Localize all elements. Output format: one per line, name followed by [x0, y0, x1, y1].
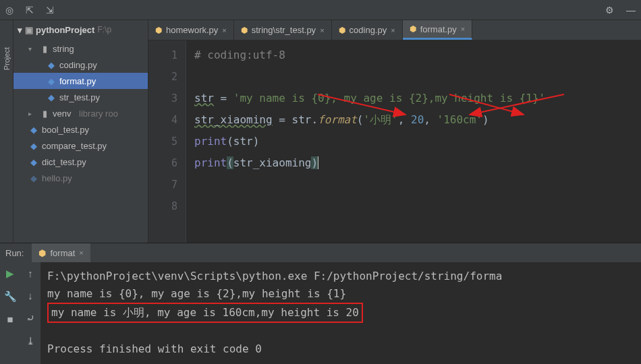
editor-tab-coding[interactable]: ⬢ coding.py ×: [332, 20, 403, 40]
line-number: 6: [148, 152, 177, 174]
project-folder-icon: ▣: [25, 25, 33, 35]
tree-file-strtest[interactable]: ◆ str_test.py: [13, 89, 148, 105]
code-text: print: [194, 156, 227, 169]
editor-tab-bar: ⬢ homework.py × ⬢ string\str_test.py × ⬢…: [148, 20, 641, 40]
python-file-icon: ◆: [28, 173, 39, 183]
collapse-all-icon[interactable]: ⇲: [46, 5, 54, 16]
project-name: pythonProject: [36, 25, 94, 35]
tree-item-label: compare_test.py: [42, 141, 107, 151]
code-editor[interactable]: # coding:utf-8 str = 'my name is {0}, my…: [186, 40, 641, 243]
folder-icon: ▮: [39, 44, 50, 54]
code-text: print: [194, 135, 227, 148]
up-arrow-icon[interactable]: ↑: [28, 268, 33, 279]
run-label: Run:: [5, 248, 24, 258]
code-panel[interactable]: 1 2 3 4 5 6 7 8 # coding:utf-8 str = 'my…: [148, 40, 641, 243]
editor-tab-homework[interactable]: ⬢ homework.py ×: [148, 20, 234, 40]
down-arrow-icon[interactable]: ↓: [28, 290, 33, 301]
line-number: 8: [148, 195, 177, 217]
python-file-icon: ⬢: [410, 24, 416, 34]
highlighted-output: my name is 小明, my age is 160cm,my height…: [47, 303, 363, 323]
run-config-name: format: [50, 248, 75, 258]
line-gutter: 1 2 3 4 5 6 7 8: [148, 40, 186, 243]
close-icon[interactable]: ×: [222, 26, 226, 34]
code-text: format: [318, 113, 357, 126]
tree-file-hello[interactable]: ◆ hello.py: [13, 170, 148, 186]
run-config-tab[interactable]: ⬢ format ×: [32, 243, 90, 262]
tree-item-label: dict_test.py: [42, 157, 86, 167]
run-tool-window: Run: ⬢ format × ▶ 🔧 ■ ↑ ↓ ⤾ ⤓ F:\pythonP…: [0, 243, 641, 364]
chevron-right-icon: ▸: [28, 110, 36, 117]
code-text: str: [194, 92, 214, 104]
tree-item-suffix: library roo: [79, 109, 118, 119]
run-header: Run: ⬢ format ×: [0, 243, 641, 262]
python-file-icon: ◆: [28, 157, 39, 167]
run-play-icon[interactable]: ▶: [6, 268, 14, 280]
project-tool-tab[interactable]: Project: [0, 20, 13, 243]
python-file-icon: ⬢: [38, 248, 46, 258]
tab-label: homework.py: [166, 25, 218, 35]
top-toolbar: ◎ ⇱ ⇲ ⚙ —: [0, 0, 641, 20]
tree-file-coding[interactable]: ◆ coding.py: [13, 57, 148, 73]
tree-file-compare[interactable]: ◆ compare_test.py: [13, 138, 148, 154]
tab-label: coding.py: [350, 25, 387, 35]
tree-file-bool[interactable]: ◆ bool_test.py: [13, 121, 148, 138]
soft-wrap-icon[interactable]: ⤾: [26, 312, 35, 324]
code-text: str_xiaoming: [233, 156, 312, 169]
code-text: 'my name is {0}, my age is {2},my height…: [233, 92, 545, 104]
editor-tab-strtest[interactable]: ⬢ string\str_test.py ×: [234, 20, 332, 40]
tree-item-label: coding.py: [59, 60, 97, 70]
close-icon[interactable]: ×: [79, 249, 83, 257]
scroll-to-end-icon[interactable]: ⤓: [26, 335, 35, 347]
code-text: # coding:utf-8: [194, 49, 285, 61]
line-number: 2: [148, 66, 177, 88]
close-icon[interactable]: ×: [320, 26, 324, 34]
tree-item-label: str_test.py: [59, 92, 100, 102]
target-icon[interactable]: ◎: [5, 5, 13, 16]
wrench-icon[interactable]: 🔧: [4, 291, 17, 303]
tree-item-label: hello.py: [42, 173, 72, 183]
project-root[interactable]: ▾ ▣ pythonProject F:\p: [13, 20, 148, 39]
tree-folder-string[interactable]: ▾ ▮ string: [13, 40, 148, 57]
console-line: Process finished with exit code 0: [47, 342, 262, 355]
close-icon[interactable]: ×: [461, 25, 465, 33]
editor-area: ⬢ homework.py × ⬢ string\str_test.py × ⬢…: [148, 20, 641, 243]
tab-label: format.py: [420, 24, 457, 34]
python-file-icon: ◆: [28, 141, 39, 151]
tree-file-format[interactable]: ◆ format.py: [13, 73, 148, 89]
run-toolbar: ▶ 🔧 ■ ↑ ↓ ⤾ ⤓: [0, 262, 40, 364]
code-text: '160cm': [437, 113, 482, 126]
code-text: 20: [411, 113, 424, 126]
editor-tab-format[interactable]: ⬢ format.py ×: [403, 20, 473, 40]
line-number: 1: [148, 44, 177, 66]
code-text: str: [292, 113, 312, 126]
close-icon[interactable]: ×: [391, 26, 395, 34]
python-file-icon: ◆: [46, 60, 57, 70]
line-number: 4: [148, 109, 177, 131]
code-text: str: [233, 135, 253, 148]
tree-item-label: string: [53, 44, 74, 54]
chevron-down-icon: ▾: [28, 45, 36, 53]
console-output[interactable]: F:\pythonProject\venv\Scripts\python.exe…: [40, 262, 641, 364]
code-text: '小明': [363, 113, 397, 126]
line-number: 3: [148, 88, 177, 109]
hide-icon[interactable]: —: [626, 5, 636, 16]
project-tree: ▾ ▮ string ◆ coding.py ◆ format.py ◆ str…: [13, 39, 148, 187]
stop-icon[interactable]: ■: [7, 313, 13, 325]
project-panel: ▾ ▣ pythonProject F:\p ▾ ▮ string ◆ codi…: [13, 20, 148, 243]
tab-label: string\str_test.py: [252, 25, 316, 35]
folder-icon: ▮: [39, 109, 50, 119]
python-file-icon: ⬢: [155, 26, 162, 35]
tree-item-label: format.py: [59, 76, 96, 86]
line-number: 7: [148, 174, 177, 195]
python-file-icon: ◆: [28, 125, 39, 135]
gear-icon[interactable]: ⚙: [605, 5, 614, 16]
project-tool-label: Project: [3, 47, 11, 70]
code-text: str_xiaoming: [194, 113, 273, 126]
line-number: 5: [148, 131, 177, 152]
console-line: F:\pythonProject\venv\Scripts\python.exe…: [47, 270, 502, 282]
tree-file-dict[interactable]: ◆ dict_test.py: [13, 154, 148, 170]
python-file-icon: ◆: [46, 92, 57, 102]
expand-all-icon[interactable]: ⇱: [26, 5, 34, 16]
tree-folder-venv[interactable]: ▸ ▮ venv library roo: [13, 105, 148, 121]
python-file-icon: ⬢: [241, 26, 248, 35]
